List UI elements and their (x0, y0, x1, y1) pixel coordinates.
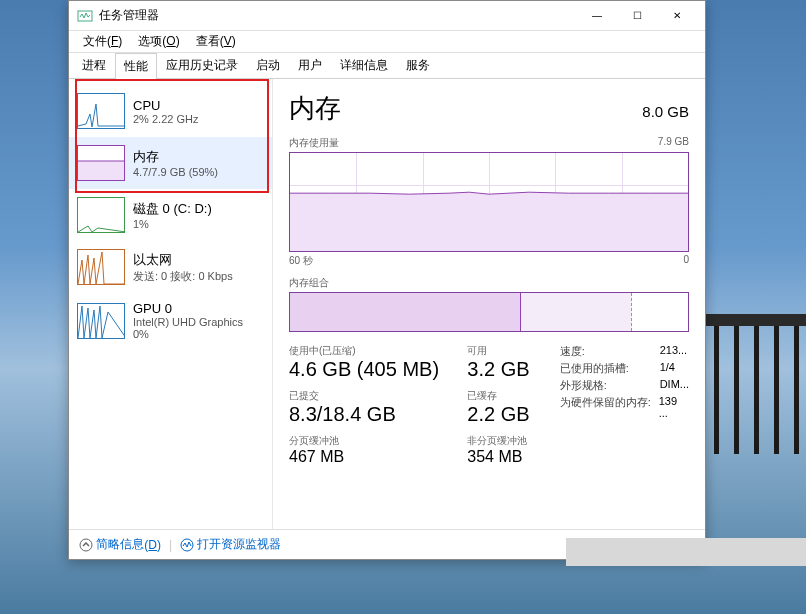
ethernet-thumb (77, 249, 125, 285)
close-button[interactable]: ✕ (657, 2, 697, 30)
open-resource-monitor-link[interactable]: 打开资源监视器 (180, 536, 281, 553)
in-use-value: 4.6 GB (405 MB) (289, 358, 451, 381)
gpu-sub: Intel(R) UHD Graphics (133, 316, 243, 328)
paged-label: 分页缓冲池 (289, 434, 451, 448)
slots-key: 已使用的插槽: (560, 361, 660, 376)
gpu-title: GPU 0 (133, 301, 243, 316)
cpu-sub: 2% 2.22 GHz (133, 113, 198, 125)
gpu-thumb (77, 303, 125, 339)
disk-title: 磁盘 0 (C: D:) (133, 200, 212, 218)
axis-right: 0 (683, 254, 689, 268)
nonpaged-label: 非分页缓冲池 (467, 434, 543, 448)
reserved-val: 139 ... (659, 395, 689, 419)
titlebar[interactable]: 任务管理器 — ☐ ✕ (69, 1, 705, 31)
committed-label: 已提交 (289, 389, 451, 403)
sidebar: CPU 2% 2.22 GHz 内存 4.7/7.9 GB (59%) (69, 79, 273, 529)
menu-options[interactable]: 选项(O) (130, 31, 187, 52)
tab-performance[interactable]: 性能 (115, 53, 157, 79)
committed-value: 8.3/18.4 GB (289, 403, 451, 426)
paged-value: 467 MB (289, 448, 451, 466)
cached-value: 2.2 GB (467, 403, 543, 426)
ethernet-title: 以太网 (133, 251, 233, 269)
maximize-button[interactable]: ☐ (617, 2, 657, 30)
usage-label: 内存使用量 (289, 136, 339, 150)
monitor-icon (180, 538, 194, 552)
menu-view[interactable]: 查看(V) (188, 31, 244, 52)
task-manager-window: 任务管理器 — ☐ ✕ 文件(F) 选项(O) 查看(V) 进程 性能 应用历史… (68, 0, 706, 560)
sidebar-item-disk[interactable]: 磁盘 0 (C: D:) 1% (69, 189, 272, 241)
memory-title: 内存 (133, 148, 218, 166)
app-icon (77, 8, 93, 24)
memory-usage-chart (289, 152, 689, 252)
cached-label: 已缓存 (467, 389, 543, 403)
taskbar-fragment (566, 538, 806, 566)
sidebar-item-memory[interactable]: 内存 4.7/7.9 GB (59%) (69, 137, 272, 189)
usage-max: 7.9 GB (658, 136, 689, 150)
cpu-title: CPU (133, 98, 198, 113)
page-title: 内存 (289, 91, 341, 126)
chevron-up-circle-icon (79, 538, 93, 552)
composition-label: 内存组合 (289, 276, 329, 290)
tab-details[interactable]: 详细信息 (331, 52, 397, 78)
nonpaged-value: 354 MB (467, 448, 543, 466)
memory-composition-chart (289, 292, 689, 332)
disk-sub: 1% (133, 218, 212, 230)
cpu-thumb (77, 93, 125, 129)
window-title: 任务管理器 (99, 7, 577, 24)
tab-app-history[interactable]: 应用历史记录 (157, 52, 247, 78)
menu-file[interactable]: 文件(F) (75, 31, 130, 52)
fewer-details-link[interactable]: 简略信息(D) (79, 536, 161, 553)
tab-services[interactable]: 服务 (397, 52, 439, 78)
ethernet-sub: 发送: 0 接收: 0 Kbps (133, 269, 233, 284)
form-key: 外形规格: (560, 378, 660, 393)
capacity: 8.0 GB (642, 103, 689, 120)
gpu-sub2: 0% (133, 328, 243, 340)
memory-sub: 4.7/7.9 GB (59%) (133, 166, 218, 178)
slots-val: 1/4 (660, 361, 675, 376)
speed-val: 213... (660, 344, 688, 359)
speed-key: 速度: (560, 344, 660, 359)
svg-rect-1 (78, 161, 125, 181)
svg-point-2 (80, 539, 92, 551)
tab-startup[interactable]: 启动 (247, 52, 289, 78)
main-panel: 内存 8.0 GB 内存使用量 7.9 GB (273, 79, 705, 529)
form-val: DIM... (660, 378, 689, 393)
sidebar-item-cpu[interactable]: CPU 2% 2.22 GHz (69, 85, 272, 137)
available-label: 可用 (467, 344, 543, 358)
reserved-key: 为硬件保留的内存: (560, 395, 659, 419)
in-use-label: 使用中(已压缩) (289, 344, 451, 358)
tabbar: 进程 性能 应用历史记录 启动 用户 详细信息 服务 (69, 53, 705, 79)
sidebar-item-ethernet[interactable]: 以太网 发送: 0 接收: 0 Kbps (69, 241, 272, 293)
disk-thumb (77, 197, 125, 233)
tab-processes[interactable]: 进程 (73, 52, 115, 78)
memory-thumb (77, 145, 125, 181)
sidebar-item-gpu[interactable]: GPU 0 Intel(R) UHD Graphics 0% (69, 293, 272, 348)
tab-users[interactable]: 用户 (289, 52, 331, 78)
menubar: 文件(F) 选项(O) 查看(V) (69, 31, 705, 53)
svg-point-3 (181, 539, 193, 551)
available-value: 3.2 GB (467, 358, 543, 381)
axis-left: 60 秒 (289, 254, 313, 268)
minimize-button[interactable]: — (577, 2, 617, 30)
